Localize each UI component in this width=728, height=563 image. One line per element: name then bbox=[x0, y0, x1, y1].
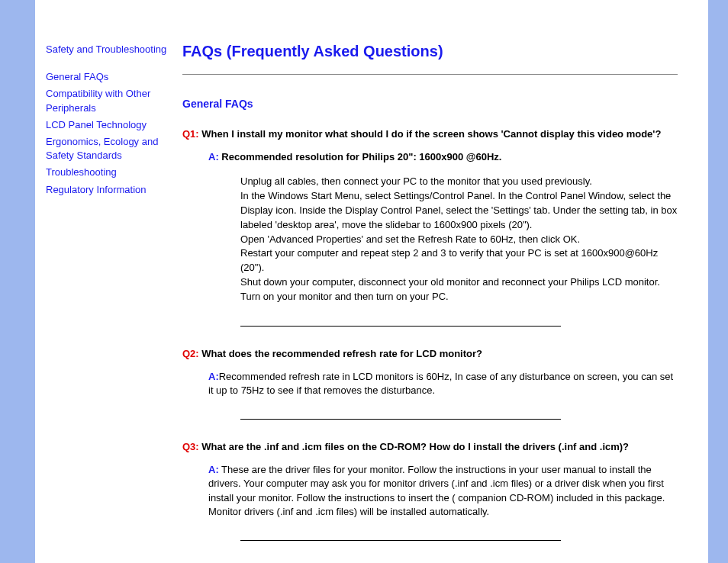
q2-a-text: Recommended refresh rate in LCD monitors… bbox=[208, 371, 673, 396]
q1-step: In the Windows Start Menu, select Settin… bbox=[240, 189, 678, 233]
title-rule bbox=[182, 74, 678, 75]
q2-label: Q2: bbox=[182, 348, 199, 359]
main-content: FAQs (Frequently Asked Questions) Genera… bbox=[176, 0, 708, 563]
nav-troubleshooting[interactable]: Troubleshooting bbox=[46, 166, 169, 179]
faq-q2: Q2: What does the recommended refresh ra… bbox=[182, 348, 678, 397]
q1-a-label: A: bbox=[208, 151, 219, 162]
q1-a-text: Recommended resolution for Philips 20": … bbox=[221, 151, 501, 162]
q1-step: Open 'Advanced Properties' and set the R… bbox=[240, 233, 678, 247]
divider bbox=[240, 326, 561, 327]
q1-step: Unplug all cables, then connect your PC … bbox=[240, 175, 678, 189]
faq-q1: Q1: When I install my monitor what shoul… bbox=[182, 128, 678, 304]
divider bbox=[240, 419, 561, 420]
q2-text: What does the recommended refresh rate f… bbox=[201, 348, 482, 359]
nav-regulatory[interactable]: Regulatory Information bbox=[46, 183, 169, 197]
section-title: General FAQs bbox=[182, 98, 678, 110]
nav-compatibility[interactable]: Compatibility with Other Peripherals bbox=[46, 87, 169, 114]
q1-step: Restart your computer and repeat step 2 … bbox=[240, 246, 678, 275]
nav-safety-troubleshooting[interactable]: Safety and Troubleshooting bbox=[46, 43, 169, 56]
nav-lcd-panel-tech[interactable]: LCD Panel Technology bbox=[46, 118, 169, 132]
left-stripe bbox=[0, 0, 35, 563]
q2-a-label: A: bbox=[208, 371, 219, 382]
nav-general-faqs[interactable]: General FAQs bbox=[46, 70, 169, 84]
faq-q3: Q3: What are the .inf and .icm files on … bbox=[182, 441, 678, 519]
right-stripe bbox=[708, 0, 728, 563]
q3-a-label: A: bbox=[208, 464, 219, 475]
divider bbox=[240, 540, 561, 541]
page-title: FAQs (Frequently Asked Questions) bbox=[182, 43, 678, 60]
nav-ergonomics[interactable]: Ergonomics, Ecology and Safety Standards bbox=[46, 135, 169, 162]
q1-step: Turn on your monitor and then turn on yo… bbox=[240, 290, 678, 304]
q3-a-text: These are the driver files for your moni… bbox=[208, 464, 665, 517]
q3-text: What are the .inf and .icm files on the … bbox=[201, 441, 629, 452]
q1-text: When I install my monitor what should I … bbox=[201, 128, 661, 140]
q1-label: Q1: bbox=[182, 128, 199, 140]
q1-step: Shut down your computer, disconnect your… bbox=[240, 275, 678, 290]
q1-steps: Unplug all cables, then connect your PC … bbox=[240, 175, 678, 304]
q3-label: Q3: bbox=[182, 441, 199, 452]
sidebar: Safety and Troubleshooting General FAQs … bbox=[35, 0, 176, 563]
